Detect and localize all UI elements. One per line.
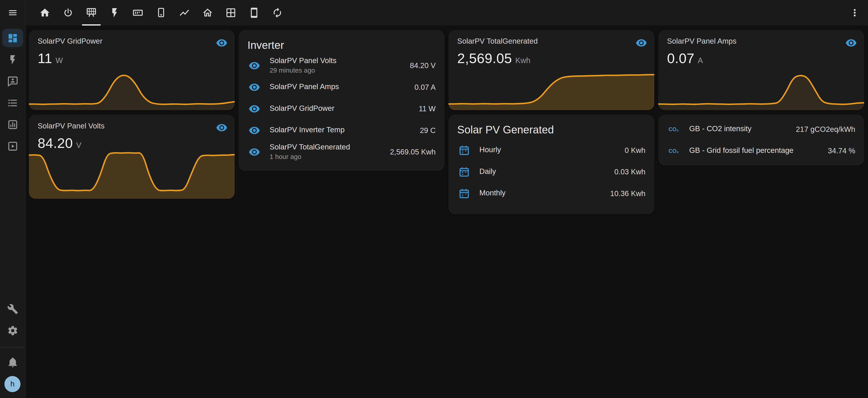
entity-name: Monthly [479, 189, 606, 198]
entity-name: SolarPV Panel Amps [270, 83, 410, 92]
entity-last-changed: 29 minutes ago [270, 67, 405, 75]
entity-row-panel-amps[interactable]: SolarPV Panel Amps 0.07 A [239, 76, 445, 98]
notifications-button[interactable] [2, 353, 23, 371]
eye-icon [248, 146, 261, 158]
sidebar-item-logbook[interactable] [2, 94, 23, 112]
card-title: Inverter [239, 30, 445, 55]
entity-row-monthly[interactable]: Monthly 10.36 Kwh [448, 183, 654, 205]
co2-icon: CO₂ [667, 126, 680, 132]
tab-cellphone-dock[interactable] [156, 0, 166, 26]
sidebar-bottom: h [0, 347, 25, 398]
view-tabs-bar [26, 0, 868, 26]
sensor-value: 0.07 [667, 51, 694, 66]
entity-value: 217 gCO2eq/kWh [796, 125, 855, 133]
sensor-card-panel-amps[interactable]: SolarPV Panel Amps 0.07 A [658, 30, 864, 110]
sidebar-nav [2, 29, 23, 155]
tab-solar-panel[interactable] [86, 0, 97, 26]
entity-name: Hourly [479, 146, 620, 155]
entity-row-hourly[interactable]: Hourly 0 Kwh [448, 140, 654, 161]
card-title: SolarPV Panel Amps [667, 37, 737, 46]
entity-name: Daily [479, 167, 610, 177]
entity-last-changed: 1 hour ago [270, 153, 385, 161]
sidebar: h [0, 0, 26, 398]
sensor-card-total-generated[interactable]: SolarPV TotalGenerated 2,569.05 Kwh [448, 30, 654, 110]
sidebar-item-dashboard[interactable] [2, 29, 23, 47]
sidebar-item-media[interactable] [2, 137, 23, 155]
sensor-unit: W [56, 56, 63, 65]
sensor-card-grid-power[interactable]: SolarPV GridPower 11 W [29, 30, 235, 110]
tab-refresh[interactable] [272, 0, 283, 26]
eye-icon[interactable] [636, 37, 647, 49]
entity-value: 0.03 Kwh [614, 168, 646, 176]
sidebar-item-assist[interactable] [2, 72, 23, 90]
card-title: Solar PV Generated [448, 115, 654, 140]
sensor-value: 2,569.05 [457, 51, 512, 66]
overflow-menu-button[interactable] [849, 0, 860, 26]
tab-solar-grid[interactable] [225, 0, 237, 26]
tab-home[interactable] [39, 0, 51, 26]
entity-name: SolarPV Inverter Temp [270, 126, 415, 135]
co2-icon: CO₂ [667, 148, 680, 154]
entity-value: 10.36 Kwh [610, 189, 645, 198]
entities-card-solar-generated: Solar PV Generated Hourly 0 Kwh Daily 0.… [448, 115, 654, 214]
sidebar-item-devtools[interactable] [2, 300, 23, 318]
app-window: h SolarPV GridPower 11 W [0, 0, 868, 398]
column-1: SolarPV GridPower 11 W SolarPV Panel Vol… [29, 30, 235, 199]
sensor-value: 84.20 [38, 135, 73, 151]
menu-button[interactable] [0, 0, 25, 26]
eye-icon [248, 125, 261, 136]
entity-name: SolarPV GridPower [270, 104, 414, 114]
entity-row-total-generated[interactable]: SolarPV TotalGenerated 1 hour ago 2,569.… [239, 141, 445, 163]
eye-icon[interactable] [845, 37, 857, 49]
eye-icon [248, 82, 261, 93]
eye-icon[interactable] [216, 122, 227, 133]
entity-name: GB - Grid fossil fuel percentage [689, 146, 824, 156]
column-4: SolarPV Panel Amps 0.07 A CO₂ GB - CO2 i… [658, 30, 864, 165]
eye-icon[interactable] [216, 37, 227, 49]
tab-cellphone[interactable] [249, 0, 260, 26]
panel-amps-sparkline [658, 71, 864, 110]
entity-row-fossil-fuel[interactable]: CO₂ GB - Grid fossil fuel percentage 34.… [658, 140, 864, 162]
sensor-unit: A [698, 56, 703, 65]
entity-row-daily[interactable]: Daily 0.03 Kwh [448, 161, 654, 183]
entity-row-grid-power[interactable]: SolarPV GridPower 11 W [239, 98, 445, 120]
tab-power[interactable] [63, 0, 74, 26]
entity-value: 84.20 V [410, 62, 436, 70]
eye-icon [248, 103, 261, 115]
column-3: SolarPV TotalGenerated 2,569.05 Kwh Sola… [448, 30, 654, 214]
entity-row-inverter-temp[interactable]: SolarPV Inverter Temp 29 C [239, 120, 445, 142]
total-generated-sparkline [448, 70, 654, 110]
sidebar-item-history[interactable] [2, 115, 23, 133]
tab-flash[interactable] [109, 0, 120, 26]
tab-counter[interactable] [132, 0, 143, 26]
user-avatar[interactable]: h [4, 376, 21, 392]
entity-value: 0.07 A [414, 83, 436, 92]
card-title: SolarPV TotalGenerated [457, 37, 538, 46]
entity-value: 11 W [419, 105, 436, 113]
entity-name: SolarPV TotalGenerated [270, 143, 385, 152]
entity-row-co2-intensity[interactable]: CO₂ GB - CO2 intensity 217 gCO2eq/kWh [658, 119, 864, 140]
sensor-unit: Kwh [515, 56, 530, 65]
entity-name: SolarPV Panel Volts [270, 57, 405, 66]
calendar-icon [457, 145, 471, 156]
tab-chart-line[interactable] [179, 0, 190, 26]
entity-value: 34.74 % [828, 147, 855, 155]
dashboard-view: SolarPV GridPower 11 W SolarPV Panel Vol… [26, 26, 868, 398]
tab-home-outline[interactable] [202, 0, 213, 26]
sidebar-item-energy[interactable] [2, 51, 23, 69]
card-title: SolarPV Panel Volts [38, 122, 105, 131]
sensor-unit: V [76, 141, 81, 150]
entity-name: GB - CO2 intensity [689, 125, 792, 134]
entity-value: 29 C [420, 126, 436, 135]
sidebar-item-settings[interactable] [2, 321, 23, 339]
entities-card-co2: CO₂ GB - CO2 intensity 217 gCO2eq/kWh CO… [658, 115, 864, 165]
calendar-icon [457, 166, 471, 178]
card-title: SolarPV GridPower [38, 37, 103, 46]
eye-icon [248, 60, 261, 71]
panel-volts-sparkline [29, 145, 235, 199]
column-2: Inverter SolarPV Panel Volts 29 minutes … [239, 30, 445, 171]
sensor-card-panel-volts[interactable]: SolarPV Panel Volts 84.20 V [29, 115, 235, 199]
entity-row-panel-volts[interactable]: SolarPV Panel Volts 29 minutes ago 84.20… [239, 55, 445, 76]
calendar-icon [457, 188, 471, 200]
grid-power-sparkline [29, 71, 235, 110]
